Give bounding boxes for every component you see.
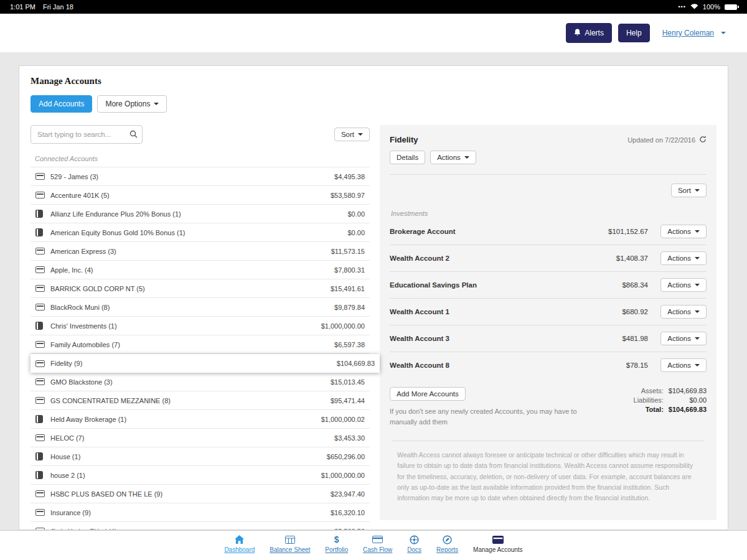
account-row[interactable]: BlackRock Muni (8) $9,879.84 — [31, 298, 370, 317]
investment-balance: $101,152.67 — [567, 228, 648, 235]
accounts-sort-button[interactable]: Sort — [334, 128, 370, 141]
total-value: $104,669.83 — [669, 406, 707, 413]
account-name: House (1) — [50, 453, 327, 460]
account-row[interactable]: Fidelity (9) $104,669.83 — [31, 354, 380, 373]
account-name: BARRICK GOLD CORP NT (5) — [50, 285, 331, 292]
card-icon — [372, 534, 383, 544]
add-more-accounts-button[interactable]: Add More Accounts — [390, 387, 466, 401]
account-row[interactable]: house 2 (1) $1,000,000.00 — [31, 466, 370, 485]
account-row[interactable]: American Express (3) $11,573.15 — [31, 242, 370, 261]
accounts-list: 529 - James (3) $4,495.38 Accenture 401K… — [31, 167, 370, 530]
investments-list: Brokerage Account $101,152.67 Actions We… — [390, 218, 707, 378]
account-balance: $0.00 — [347, 210, 365, 218]
investments-sort-button[interactable]: Sort — [671, 184, 707, 197]
account-row[interactable]: Accenture 401K (5) $53,580.97 — [31, 186, 370, 205]
account-row[interactable]: Jim's Hedge FUnd (4) $5,583.58 — [31, 522, 370, 530]
investment-actions-button[interactable]: Actions — [660, 358, 707, 372]
actions-label: Actions — [667, 228, 691, 235]
card-icon — [35, 304, 45, 310]
search-input[interactable] — [31, 125, 143, 144]
account-balance: $11,573.15 — [331, 248, 365, 255]
add-accounts-label: Add Accounts — [39, 100, 84, 108]
investment-name: Wealth Account 1 — [390, 308, 567, 315]
institution-actions-button[interactable]: Actions — [430, 151, 476, 164]
account-row[interactable]: GMO Blackstone (3) $15,013.45 — [31, 373, 370, 391]
user-menu[interactable]: Henry Coleman — [662, 29, 726, 37]
account-name: American Express (3) — [50, 248, 331, 255]
account-balance: $7,800.31 — [334, 266, 365, 274]
actions-label: Actions — [667, 281, 691, 289]
status-bar: 1:01 PM Fri Jan 18 ••• 100% — [0, 0, 747, 14]
account-row[interactable]: House (1) $650,296.00 — [31, 447, 370, 466]
account-row[interactable]: 529 - James (3) $4,495.38 — [31, 167, 370, 186]
nav-item-manage-accounts[interactable]: Manage Accounts — [473, 534, 523, 553]
account-name: BlackRock Muni (8) — [50, 304, 334, 311]
account-balance: $1,000,000.00 — [321, 322, 365, 330]
account-balance: $16,320.10 — [331, 509, 365, 516]
card-icon — [35, 378, 45, 385]
help-button[interactable]: Help — [618, 24, 650, 42]
account-row[interactable]: Allianz Life Endurance Plus 20% Bonus (1… — [31, 205, 370, 223]
chevron-down-icon — [464, 156, 469, 159]
account-name: Family Automobiles (7) — [50, 341, 334, 348]
account-row[interactable]: Chris' Investments (1) $1,000,000.00 — [31, 317, 370, 335]
investment-actions-button[interactable]: Actions — [660, 332, 707, 345]
account-row[interactable]: GS CONCENTRATED MEZZANINE (8) $95,471.44 — [31, 391, 370, 410]
account-balance: $1,000,000.00 — [321, 472, 365, 479]
nav-item-dashboard[interactable]: Dashboard — [224, 534, 255, 553]
chevron-down-icon — [695, 257, 700, 259]
account-balance: $6,597.38 — [334, 341, 365, 348]
chevron-down-icon — [695, 337, 700, 340]
nav-item-balance-sheet[interactable]: Balance Sheet — [270, 534, 310, 553]
ledger-icon — [35, 210, 43, 218]
investment-actions-button[interactable]: Actions — [660, 225, 707, 238]
wifi-icon — [690, 3, 698, 11]
add-more-accounts-label: Add More Accounts — [397, 390, 459, 398]
investment-actions-button[interactable]: Actions — [660, 278, 707, 292]
investment-name: Wealth Account 3 — [390, 335, 567, 342]
account-name: house 2 (1) — [50, 472, 321, 479]
alerts-button[interactable]: Alerts — [566, 23, 612, 43]
account-row[interactable]: BARRICK GOLD CORP NT (5) $15,491.61 — [31, 279, 370, 298]
ledger-icon — [35, 228, 43, 236]
more-options-button[interactable]: More Options — [97, 95, 167, 113]
investment-actions-button[interactable]: Actions — [660, 251, 707, 265]
help-label: Help — [626, 29, 642, 37]
assets-label: Assets: — [634, 387, 664, 394]
account-row[interactable]: Family Automobiles (7) $6,597.38 — [31, 335, 370, 354]
details-button[interactable]: Details — [390, 151, 425, 164]
card-icon — [35, 173, 45, 180]
nav-item-docs[interactable]: Docs — [407, 534, 421, 553]
account-row[interactable]: Apple, Inc. (4) $7,800.31 — [31, 261, 370, 279]
card-icon — [35, 266, 45, 273]
nav-item-reports[interactable]: Reports — [436, 534, 458, 553]
nav-item-portfolio[interactable]: $ Portfolio — [325, 534, 348, 553]
account-name: Chris' Investments (1) — [50, 322, 321, 330]
account-balance: $53,580.97 — [331, 192, 365, 199]
account-row[interactable]: American Equity Bonus Gold 10% Bonus (1)… — [31, 223, 370, 242]
nav-item-cash-flow[interactable]: Cash Flow — [363, 534, 392, 553]
institution-detail-panel: Fidelity Updated on 7/22/2016 Details Ac… — [380, 125, 716, 520]
accounts-icon — [492, 534, 504, 544]
account-name: American Equity Bonus Gold 10% Bonus (1) — [50, 229, 347, 236]
account-balance: $15,013.45 — [331, 378, 365, 386]
investment-row: Wealth Account 3 $481.98 Actions — [390, 325, 707, 352]
account-balance: $3,453.30 — [334, 434, 365, 442]
vault-icon — [410, 534, 419, 544]
actions-label: Actions — [667, 254, 691, 262]
investment-actions-button[interactable]: Actions — [660, 305, 707, 319]
account-row[interactable]: Held Away Brokerage (1) $1,000,000.02 — [31, 410, 370, 429]
account-row[interactable]: HSBC PLUS BASED ON THE LE (9) $23,947.40 — [31, 485, 370, 503]
account-row[interactable]: Insurance (9) $16,320.10 — [31, 503, 370, 522]
account-name: GS CONCENTRATED MEZZANINE (8) — [50, 397, 331, 404]
add-accounts-button[interactable]: Add Accounts — [31, 95, 92, 113]
card-icon — [35, 285, 45, 292]
liabilities-label: Liabilities: — [634, 396, 664, 404]
investments-section-label: Investments — [391, 210, 707, 217]
investment-name: Wealth Account 8 — [390, 362, 567, 369]
updated-timestamp: Updated on 7/22/2016 — [627, 136, 707, 144]
investment-balance: $78.15 — [567, 362, 648, 369]
account-row[interactable]: HELOC (7) $3,453.30 — [31, 429, 370, 447]
refresh-icon[interactable] — [699, 136, 707, 144]
dollar-icon: $ — [334, 534, 339, 544]
